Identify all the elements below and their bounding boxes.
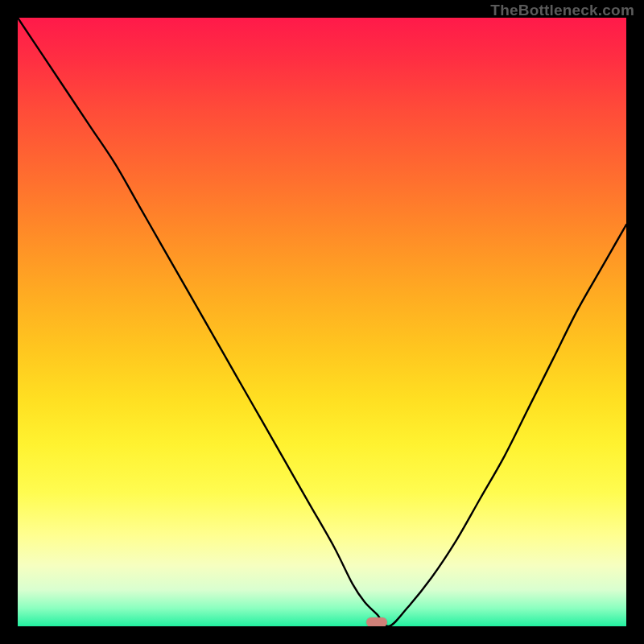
optimal-point-marker — [366, 617, 387, 626]
plot-area — [18, 18, 626, 626]
bottleneck-curve — [18, 18, 626, 626]
chart-container: TheBottleneck.com — [0, 0, 644, 644]
watermark-text: TheBottleneck.com — [490, 2, 634, 19]
